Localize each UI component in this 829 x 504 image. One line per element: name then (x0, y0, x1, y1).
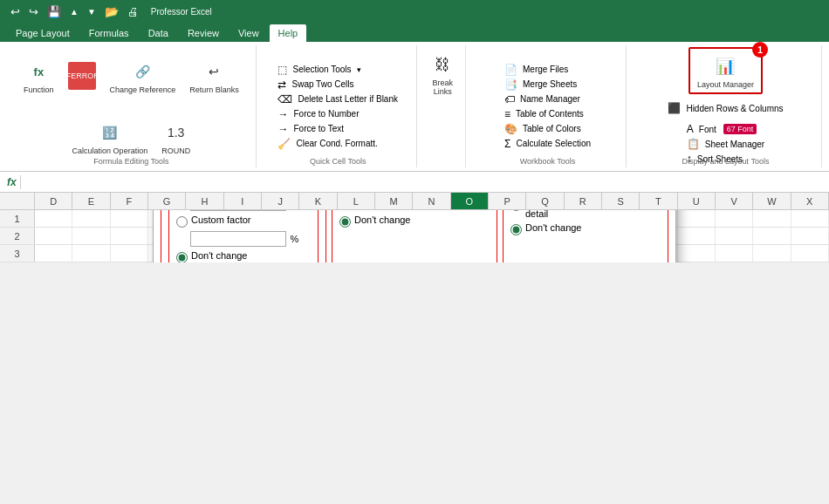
layout-manager-dialog: Professor Excel - Layout Manager ✕ Gridl… (153, 210, 676, 262)
dont-change-gc-option[interactable]: Don't change (510, 222, 661, 235)
sheet-mgr-icon: 📋 (687, 138, 700, 150)
col-v[interactable]: V (716, 193, 753, 209)
qa-down[interactable]: ▼ (84, 5, 99, 18)
dont-change-zoom-radio[interactable] (176, 252, 188, 262)
show-formulas-option[interactable]: Show formulas in cells instead of their … (339, 210, 490, 211)
qa-up[interactable]: ▲ (66, 5, 82, 18)
calculate-selection-btn[interactable]: Σ Calculate Selection (504, 137, 591, 151)
break-links-btn[interactable]: ⛓ Break Links (423, 47, 462, 99)
tab-formulas[interactable]: Formulas (80, 24, 138, 42)
group-quick-cell: ⬚ Selection Tools ▾ ⇄ Swap Two Cells ⌫ D… (260, 45, 417, 167)
tab-review[interactable]: Review (179, 24, 228, 42)
badge-1: 1 (752, 42, 768, 58)
merge-files-btn[interactable]: 📄 Merge Files (504, 63, 568, 77)
delete-last-btn[interactable]: ⌫ Delete Last Letter if Blank (277, 92, 398, 106)
col-m[interactable]: M (375, 193, 413, 209)
merge-sheets-btn[interactable]: 📑 Merge Sheets (504, 78, 577, 92)
dialog-body: Gridlines Hide gridlines Show gridlines (154, 210, 675, 262)
merge-files-icon: 📄 (504, 64, 517, 76)
formula-input[interactable] (24, 177, 822, 187)
fix-factor-input[interactable] (190, 210, 286, 211)
col-x[interactable]: X (791, 193, 829, 209)
col-f[interactable]: F (111, 193, 148, 209)
ribbon-tabs: Page Layout Formulas Data Review View He… (0, 23, 829, 42)
qa-print[interactable]: 🖨 (124, 3, 142, 20)
col-i[interactable]: I (224, 193, 262, 209)
dont-change-zoom-option[interactable]: Don't change (176, 250, 311, 262)
summary-left-option[interactable]: Summary columns to left of detail (510, 210, 661, 219)
custom-factor-input[interactable] (190, 231, 286, 247)
iferror-icon: IFERROR (68, 62, 96, 90)
col-g[interactable]: G (148, 193, 186, 209)
layout-mgr-icon: 📊 (711, 52, 739, 80)
qa-save[interactable]: 💾 (44, 3, 65, 20)
col-e[interactable]: E (72, 193, 110, 209)
dont-change-gc-radio[interactable] (510, 224, 522, 235)
layout-manager-btn[interactable]: 📊 Layout Manager 1 (689, 47, 763, 94)
tab-data[interactable]: Data (140, 24, 177, 42)
col-k[interactable]: K (299, 193, 337, 209)
formulas-section: Formulas Show values Show formulas in ce… (332, 210, 497, 262)
calc-icon: 🔢 (96, 119, 124, 146)
col-j[interactable]: J (262, 193, 299, 209)
col-q[interactable]: Q (526, 193, 564, 209)
change-ref-btn[interactable]: 🔗 Change Reference (105, 54, 182, 98)
name-mgr-icon: 🏷 (504, 93, 515, 106)
qa-undo[interactable]: ↩ (7, 3, 24, 20)
return-blanks-btn[interactable]: ↩ Return Blanks (184, 54, 244, 98)
calc-operation-btn[interactable]: 🔢 Calculation Operation (67, 115, 154, 159)
custom-factor-option[interactable]: Custom factor (176, 215, 311, 228)
tab-page-layout[interactable]: Page Layout (7, 24, 79, 42)
swap-two-btn[interactable]: ⇄ Swap Two Cells (277, 78, 353, 92)
force-number-btn[interactable]: → Force to Number (277, 107, 359, 121)
break-links-icon: ⛓ (428, 51, 456, 78)
col-n[interactable]: N (413, 193, 450, 209)
col-s[interactable]: S (602, 193, 640, 209)
custom-factor-radio[interactable] (176, 216, 188, 228)
corner-cell (0, 193, 35, 209)
tab-help[interactable]: Help (270, 24, 307, 42)
col-o[interactable]: O (451, 193, 489, 209)
group-break-links: ⛓ Break Links (421, 45, 466, 167)
dont-change-formulas-option[interactable]: Don't change (339, 215, 490, 228)
col-h[interactable]: H (186, 193, 223, 209)
select-icon: ⬚ (277, 64, 287, 76)
col-p[interactable]: P (489, 193, 526, 209)
ribbon-content: fx Function IFERROR 🔗 Change Reference ↩… (0, 42, 829, 172)
qa-open[interactable]: 📂 (101, 3, 122, 20)
gridlines-section: Gridlines Hide gridlines Show gridlines (161, 210, 326, 262)
force-text-btn[interactable]: → Force to Text (277, 122, 344, 136)
spreadsheet-area: D E F G H I J K L M N O P Q R S T U V W … (0, 193, 829, 262)
font-icon: A (687, 123, 694, 135)
custom-factor-input-row: % (190, 231, 311, 247)
sheet-body: 1 2 3 Professor Excel - Layout Manager ✕… (0, 210, 829, 262)
quick-access-toolbar: ↩ ↪ 💾 ▲ ▼ 📂 🖨 Professor Excel (0, 0, 829, 23)
name-manager-btn[interactable]: 🏷 Name Manager (504, 92, 580, 106)
qa-redo[interactable]: ↪ (25, 3, 42, 20)
iferror-btn[interactable]: IFERROR (63, 58, 101, 93)
tab-view[interactable]: View (230, 24, 268, 42)
selection-tools-btn[interactable]: ⬚ Selection Tools ▾ (277, 63, 360, 77)
col-t[interactable]: T (640, 193, 677, 209)
hidden-rows-btn[interactable]: ⬛ Hidden Rows & Columns (668, 101, 783, 115)
font-btn[interactable]: A Font 67 Font (687, 122, 764, 136)
col-u[interactable]: U (678, 193, 716, 209)
table-of-contents-btn[interactable]: ≡ Table of Contents (504, 107, 584, 121)
summary-left-radio[interactable] (510, 210, 522, 211)
round-icon: 1.3 (162, 119, 190, 146)
table-of-colors-btn[interactable]: 🎨 Table of Colors (504, 122, 581, 136)
colors-icon: 🎨 (504, 123, 517, 135)
col-w[interactable]: W (753, 193, 791, 209)
formula-group-label: Formula Editing Tools (7, 157, 256, 166)
col-d[interactable]: D (35, 193, 72, 209)
column-headers: D E F G H I J K L M N O P Q R S T U V W … (0, 193, 829, 210)
sheet-manager-btn[interactable]: 📋 Sheet Manager (687, 137, 764, 151)
round-btn[interactable]: 1.3 ROUND (156, 115, 195, 159)
clear-cond-btn[interactable]: 🧹 Clear Cond. Formatt. (277, 137, 377, 151)
dont-change-formulas-radio[interactable] (339, 216, 351, 228)
hidden-rows-icon: ⬛ (668, 102, 681, 114)
function-btn[interactable]: fx Function (18, 54, 59, 98)
col-l[interactable]: L (338, 193, 375, 209)
col-r[interactable]: R (565, 193, 602, 209)
fx-label: fx (7, 176, 17, 188)
